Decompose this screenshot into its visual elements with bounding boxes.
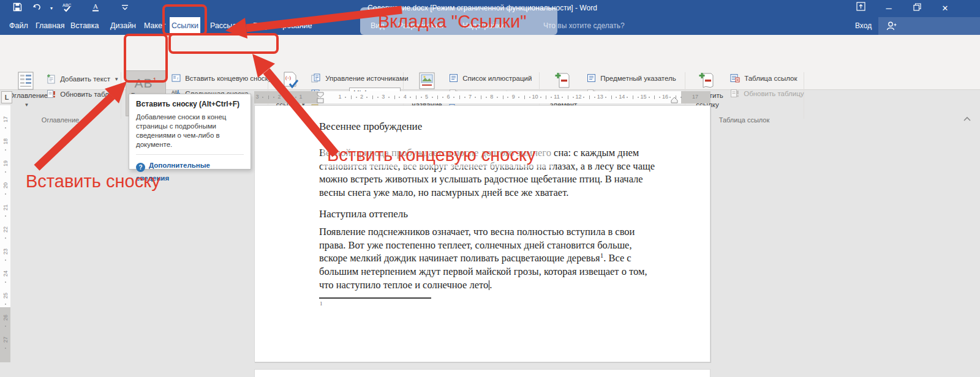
- doc-heading-2: Наступила оттепель: [319, 208, 408, 220]
- tab-callout-text: Вкладка "Ссылки": [378, 12, 527, 32]
- tab-insert[interactable]: Вставка: [70, 17, 99, 35]
- footnote-callout-text: Вставить сноску: [26, 171, 160, 192]
- doc-heading-1: Весеннее пробуждение: [319, 121, 422, 133]
- indent-markers[interactable]: [316, 92, 325, 103]
- footnote-arrow-shaft: [37, 96, 112, 168]
- collapse-ribbon-icon[interactable]: [963, 116, 971, 122]
- update-authorities-disabled-icon: [730, 89, 739, 99]
- endnote-callout-text: Вствить концевую сноску: [327, 145, 535, 165]
- mark-entry-button[interactable]: Пометить элемент: [545, 72, 582, 110]
- update-table-icon: [47, 89, 56, 99]
- group-divider: [121, 72, 121, 119]
- table-of-authorities-icon: [730, 73, 740, 83]
- manage-sources-label: Управление источниками: [325, 75, 408, 82]
- group-label-toc: Оглавление: [0, 116, 121, 124]
- mark-entry-icon: [554, 72, 573, 90]
- toc-button[interactable]: Оглавление ▼: [9, 72, 43, 110]
- footnote-separator: [319, 297, 431, 299]
- share-button[interactable]: Общий доступ: [878, 17, 980, 35]
- share-person-icon: [886, 21, 897, 31]
- word-window: ▾ ABC A Содержание.docx [Режим ограничен…: [0, 0, 980, 377]
- update-toc-button[interactable]: Обновить таблицу: [47, 89, 121, 102]
- insert-table-of-authorities-label: Таблица ссылок: [744, 75, 797, 82]
- tooltip-body: Добавление сноски в конец страницы с под…: [136, 113, 244, 149]
- footnote-tooltip: Вставить сноску (Alt+Ctrl+F) Добавление …: [129, 94, 251, 170]
- insert-caption-button[interactable]: Вставить название: [409, 72, 445, 110]
- insert-citation-icon: (-): [282, 72, 300, 90]
- minimize-button[interactable]: ─: [878, 0, 899, 17]
- underline-icon[interactable]: A: [89, 2, 102, 15]
- insert-caption-icon: [418, 72, 436, 90]
- spelling-icon[interactable]: ABC: [61, 2, 74, 15]
- insert-footnote-highlight-rect: [124, 34, 168, 83]
- svg-text:ABC: ABC: [62, 3, 71, 7]
- tooltip-divider: [136, 154, 244, 155]
- tooltip-title: Вставить сноску (Alt+Ctrl+F): [136, 100, 244, 108]
- insert-endnote-highlight-rect: [168, 33, 279, 54]
- table-of-figures-icon: [449, 73, 458, 83]
- update-authorities-table-button[interactable]: Обновить таблицу: [730, 89, 804, 101]
- undo-dropdown-caret[interactable]: ▾: [45, 2, 58, 15]
- svg-text:i: i: [177, 76, 178, 81]
- insert-index-icon: [587, 73, 596, 83]
- add-text-label: Добавить текст: [60, 75, 110, 83]
- insert-table-of-figures-button[interactable]: Список иллюстраций: [449, 73, 532, 86]
- manage-sources-button[interactable]: Управление источниками: [311, 73, 409, 86]
- help-question-icon: ?: [136, 163, 145, 172]
- tab-selector-button[interactable]: L: [1, 91, 12, 103]
- mark-citation-button[interactable]: Пометить ссылку: [690, 72, 725, 110]
- tab-mailings[interactable]: Рассылки: [210, 17, 244, 35]
- insert-endnote-button[interactable]: i Вставить концевую сноску: [172, 73, 272, 86]
- add-text-button[interactable]: Добавить текст ▼: [47, 74, 119, 86]
- add-text-caret: ▼: [114, 77, 119, 82]
- svg-text:(-): (-): [285, 75, 291, 81]
- endnote-icon: i: [172, 73, 181, 83]
- customize-qat-icon[interactable]: [119, 2, 131, 15]
- insert-table-of-figures-label: Список иллюстраций: [462, 75, 532, 82]
- right-indent-marker[interactable]: [670, 97, 679, 103]
- insert-index-button[interactable]: Предметный указатель: [587, 73, 676, 86]
- manage-sources-icon: [311, 73, 321, 83]
- ribbon-display-options-button[interactable]: [850, 0, 871, 17]
- insert-table-of-authorities-button[interactable]: Таблица ссылок: [730, 73, 797, 86]
- tab-design[interactable]: Дизайн: [110, 17, 136, 35]
- toc-caret: ▼: [24, 102, 29, 108]
- vertical-ruler[interactable]: 1718192021222324252627: [0, 105, 10, 362]
- toc-label: Оглавление: [9, 92, 48, 99]
- insert-index-label: Предметный указатель: [600, 75, 676, 82]
- add-text-icon: [47, 74, 56, 84]
- close-button[interactable]: ✕: [935, 0, 956, 17]
- update-toc-label: Обновить таблицу: [60, 91, 120, 98]
- toc-icon: [17, 72, 34, 90]
- mark-citation-icon: [698, 72, 717, 90]
- doc-paragraph-2: Появление подснежников означает, что вес…: [319, 225, 647, 292]
- restore-button[interactable]: [907, 0, 927, 17]
- tab-home[interactable]: Главная: [36, 17, 65, 35]
- tab-file[interactable]: Файл: [9, 17, 28, 35]
- tab-review[interactable]: Рецензирование: [253, 17, 312, 35]
- svg-text:A: A: [93, 2, 98, 10]
- sign-in-link[interactable]: Вход: [855, 17, 872, 35]
- references-tab-highlight-rect: [162, 4, 207, 35]
- footnote-mark: 1: [320, 300, 323, 307]
- insert-endnote-label: Вставить концевую сноску: [185, 75, 271, 82]
- save-icon[interactable]: [11, 2, 23, 15]
- document-page-2[interactable]: [254, 369, 710, 377]
- update-authorities-table-label: Обновить таблицу: [744, 90, 804, 97]
- undo-icon[interactable]: [32, 2, 44, 15]
